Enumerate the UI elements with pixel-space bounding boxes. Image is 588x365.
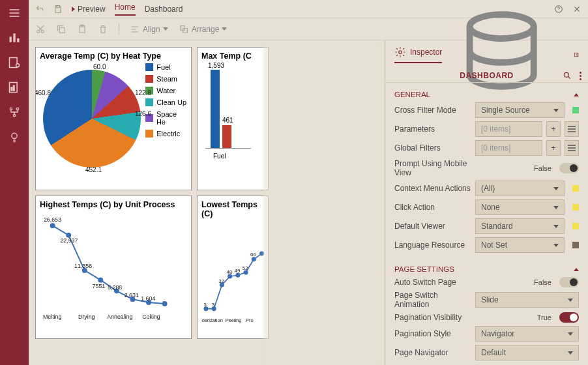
chevron-up-icon[interactable] bbox=[574, 268, 579, 271]
page-anim-select[interactable]: Slide bbox=[475, 292, 579, 308]
chevron-down-icon bbox=[568, 332, 573, 336]
svg-rect-6 bbox=[11, 87, 12, 91]
card-title: Average Temp (C) by Heat Type bbox=[40, 51, 187, 61]
chevron-up-icon[interactable] bbox=[574, 93, 579, 96]
dashboard-tab[interactable]: Dashboard bbox=[145, 5, 183, 14]
preview-button[interactable]: Preview bbox=[72, 5, 106, 14]
pie-label: 126.6 bbox=[135, 110, 151, 117]
parameters-field[interactable]: [0 items] bbox=[475, 121, 542, 137]
canvas[interactable]: Average Temp (C) by Heat Type 60.0 122.8… bbox=[29, 40, 385, 365]
svg-text:26,653: 26,653 bbox=[44, 216, 61, 223]
close-icon[interactable] bbox=[572, 5, 581, 14]
page-navigator-select[interactable]: Default bbox=[475, 345, 579, 360]
prop-label: Page Navigator bbox=[394, 348, 471, 357]
svg-text:5,288: 5,288 bbox=[108, 284, 122, 291]
svg-text:7551: 7551 bbox=[93, 283, 106, 289]
cross-filter-select[interactable]: Single Source bbox=[475, 102, 565, 118]
report-user-icon[interactable] bbox=[8, 56, 21, 69]
line1-card[interactable]: Highest Temps (C) by Unit Process 26,653… bbox=[35, 196, 192, 339]
idea-icon[interactable] bbox=[8, 130, 21, 143]
svg-text:32: 32 bbox=[218, 278, 224, 284]
arrange-label: Arrange bbox=[192, 25, 220, 34]
click-action-select[interactable]: None bbox=[475, 199, 565, 215]
svg-text:3: 3 bbox=[203, 302, 207, 308]
menu-icon[interactable] bbox=[8, 7, 21, 20]
list-button[interactable] bbox=[565, 140, 579, 156]
prompt-mobile-toggle[interactable] bbox=[559, 163, 579, 173]
svg-point-4 bbox=[16, 64, 20, 67]
svg-text:3: 3 bbox=[212, 302, 215, 308]
report-bar-icon[interactable] bbox=[8, 81, 21, 94]
svg-rect-12 bbox=[57, 5, 60, 7]
inspector-tab-label: Inspector bbox=[410, 48, 442, 57]
svg-rect-1 bbox=[13, 33, 15, 42]
svg-point-59 bbox=[470, 15, 534, 39]
prop-label: Click Action bbox=[394, 203, 471, 212]
chevron-down-icon bbox=[553, 206, 559, 209]
chevron-down-icon bbox=[553, 187, 559, 190]
paste-icon[interactable] bbox=[77, 24, 87, 35]
card-title: Lowest Temps (C) bbox=[201, 200, 264, 218]
chevron-down-icon bbox=[568, 299, 573, 302]
cut-icon[interactable] bbox=[35, 24, 46, 35]
pagination-style-select[interactable]: Navigator bbox=[475, 326, 579, 342]
section-title: GENERAL bbox=[394, 91, 430, 98]
inspector-tab[interactable]: Inspector bbox=[394, 46, 442, 63]
arrange-dropdown[interactable]: Arrange bbox=[179, 24, 228, 35]
add-button[interactable]: + bbox=[546, 121, 561, 137]
prop-label: Pagination Style bbox=[394, 329, 471, 338]
pie-label: 60.0 bbox=[93, 63, 106, 70]
bar-card[interactable]: Max Temp (C 1,593 461 Fuel bbox=[197, 47, 269, 190]
pie-card[interactable]: Average Temp (C) by Heat Type 60.0 122.8… bbox=[35, 47, 192, 190]
model-icon[interactable] bbox=[8, 106, 21, 119]
global-filters-field[interactable]: [0 items] bbox=[475, 140, 542, 156]
prop-label: Page Switch Animation bbox=[394, 291, 471, 309]
align-dropdown[interactable]: Align bbox=[130, 24, 168, 35]
play-icon bbox=[72, 7, 75, 12]
svg-point-9 bbox=[16, 108, 18, 110]
language-select[interactable]: Not Set bbox=[475, 237, 565, 253]
prop-label: Default Viewer bbox=[394, 222, 471, 231]
align-icon bbox=[130, 24, 140, 35]
status-square bbox=[572, 185, 579, 192]
svg-text:22,937: 22,937 bbox=[60, 237, 78, 244]
pie-legend: Fuel Steam Water Clean Up Space He Elect… bbox=[145, 63, 187, 174]
svg-point-8 bbox=[10, 108, 12, 110]
svg-rect-2 bbox=[17, 38, 19, 42]
add-button[interactable]: + bbox=[546, 140, 561, 156]
left-rail bbox=[0, 0, 29, 365]
context-menu-select[interactable]: (All) bbox=[475, 181, 565, 196]
pie-label: 452.1 bbox=[85, 166, 102, 173]
home-tab[interactable]: Home bbox=[115, 3, 136, 16]
chevron-down-icon bbox=[553, 244, 559, 247]
help-icon[interactable] bbox=[554, 5, 563, 14]
prop-label: Cross Filter Mode bbox=[394, 106, 471, 115]
workspace: Average Temp (C) by Heat Type 60.0 122.8… bbox=[29, 40, 588, 365]
search-icon[interactable] bbox=[563, 71, 572, 80]
blurred-region bbox=[263, 40, 381, 365]
chart-icon[interactable] bbox=[8, 31, 21, 44]
default-viewer-select[interactable]: Standard bbox=[475, 218, 565, 234]
list-button[interactable] bbox=[565, 121, 579, 137]
save-icon[interactable] bbox=[53, 5, 63, 14]
collapse-panel-icon[interactable] bbox=[574, 50, 579, 60]
inspector-panel: Inspector DASHBOARD GENERAL Cross Filter… bbox=[385, 40, 588, 365]
undo-icon[interactable] bbox=[35, 5, 44, 14]
delete-icon[interactable] bbox=[98, 24, 108, 35]
pie-chart bbox=[43, 70, 141, 168]
panel-title: DASHBOARD bbox=[460, 71, 514, 80]
prop-label: Context Menu Actions bbox=[394, 184, 471, 193]
pie-label: 460.8 bbox=[35, 89, 51, 96]
svg-text:Peeling: Peeling bbox=[226, 317, 242, 323]
status-square bbox=[572, 107, 579, 113]
svg-rect-19 bbox=[180, 25, 184, 30]
svg-text:11,356: 11,356 bbox=[74, 263, 92, 269]
copy-icon[interactable] bbox=[56, 24, 66, 35]
svg-text:oderization: oderization bbox=[201, 317, 223, 323]
line2-card[interactable]: Lowest Temps (C) 3 3 32 48 49 52 66 bbox=[197, 196, 269, 339]
auto-switch-toggle[interactable] bbox=[559, 277, 579, 287]
pagination-visibility-toggle[interactable] bbox=[559, 312, 579, 323]
chevron-down-icon bbox=[163, 27, 168, 31]
more-icon[interactable] bbox=[580, 72, 581, 80]
line-chart: 3 3 32 48 49 52 66 oderization Peeling P… bbox=[201, 221, 264, 332]
